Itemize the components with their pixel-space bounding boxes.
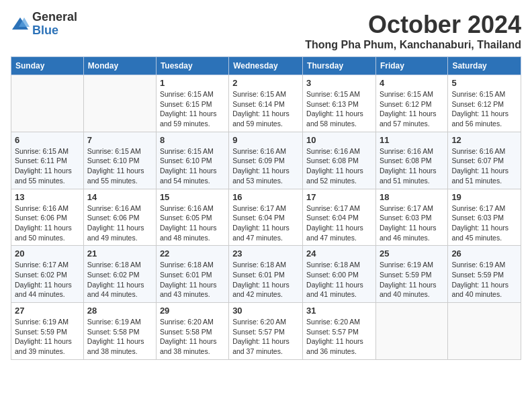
day-number: 20: [15, 248, 80, 259]
day-info: Sunrise: 6:19 AMSunset: 5:59 PMDaylight:…: [15, 317, 80, 357]
day-info: Sunrise: 6:19 AMSunset: 5:59 PMDaylight:…: [380, 260, 444, 300]
calendar-cell: 14Sunrise: 6:16 AMSunset: 6:06 PMDayligh…: [83, 189, 156, 246]
day-info: Sunrise: 6:16 AMSunset: 6:05 PMDaylight:…: [160, 203, 225, 243]
day-info: Sunrise: 6:16 AMSunset: 6:08 PMDaylight:…: [306, 146, 372, 186]
day-info: Sunrise: 6:18 AMSunset: 6:01 PMDaylight:…: [160, 260, 225, 300]
day-info: Sunrise: 6:15 AMSunset: 6:12 PMDaylight:…: [380, 89, 444, 129]
day-info: Sunrise: 6:16 AMSunset: 6:06 PMDaylight:…: [15, 203, 80, 243]
calendar-cell: 13Sunrise: 6:16 AMSunset: 6:06 PMDayligh…: [11, 189, 84, 246]
day-info: Sunrise: 6:18 AMSunset: 6:00 PMDaylight:…: [306, 260, 372, 300]
day-info: Sunrise: 6:18 AMSunset: 6:01 PMDaylight:…: [232, 260, 299, 300]
day-number: 12: [451, 135, 517, 145]
calendar-day-header: Tuesday: [156, 57, 228, 75]
day-number: 18: [380, 192, 444, 202]
day-info: Sunrise: 6:17 AMSunset: 6:03 PMDaylight:…: [451, 203, 517, 243]
day-number: 16: [232, 192, 299, 202]
calendar-week-row: 6Sunrise: 6:15 AMSunset: 6:11 PMDaylight…: [11, 132, 521, 189]
day-number: 22: [160, 248, 225, 259]
calendar-day-header: Sunday: [11, 57, 84, 75]
day-info: Sunrise: 6:17 AMSunset: 6:03 PMDaylight:…: [380, 203, 444, 243]
calendar-day-header: Thursday: [303, 57, 376, 75]
day-number: 13: [15, 192, 80, 202]
day-number: 2: [232, 78, 299, 88]
calendar-cell: [375, 303, 447, 360]
title-block: October 2024 Thong Pha Phum, Kanchanabur…: [305, 11, 521, 51]
logo-general: General: [32, 11, 77, 24]
logo-blue: Blue: [32, 24, 77, 38]
day-number: 10: [306, 135, 372, 145]
calendar-cell: 27Sunrise: 6:19 AMSunset: 5:59 PMDayligh…: [11, 303, 84, 360]
day-number: 14: [87, 192, 152, 202]
day-number: 17: [306, 192, 372, 202]
day-info: Sunrise: 6:17 AMSunset: 6:04 PMDaylight:…: [232, 203, 299, 243]
calendar-week-row: 13Sunrise: 6:16 AMSunset: 6:06 PMDayligh…: [11, 189, 521, 246]
day-number: 30: [232, 306, 299, 316]
calendar-day-header: Monday: [83, 57, 156, 75]
day-info: Sunrise: 6:15 AMSunset: 6:13 PMDaylight:…: [306, 89, 372, 129]
calendar-cell: 7Sunrise: 6:15 AMSunset: 6:10 PMDaylight…: [83, 132, 156, 189]
calendar-cell: [83, 75, 156, 132]
day-info: Sunrise: 6:19 AMSunset: 5:59 PMDaylight:…: [451, 260, 517, 300]
calendar-table: SundayMondayTuesdayWednesdayThursdayFrid…: [11, 56, 521, 360]
day-number: 19: [451, 192, 517, 202]
day-number: 8: [160, 135, 225, 145]
calendar-cell: 22Sunrise: 6:18 AMSunset: 6:01 PMDayligh…: [156, 246, 228, 303]
logo-text: General Blue: [32, 11, 77, 38]
calendar-week-row: 27Sunrise: 6:19 AMSunset: 5:59 PMDayligh…: [11, 303, 521, 360]
calendar-day-header: Friday: [375, 57, 447, 75]
calendar-cell: 4Sunrise: 6:15 AMSunset: 6:12 PMDaylight…: [375, 75, 447, 132]
day-info: Sunrise: 6:17 AMSunset: 6:02 PMDaylight:…: [15, 260, 80, 300]
day-number: 27: [15, 306, 80, 316]
day-info: Sunrise: 6:16 AMSunset: 6:07 PMDaylight:…: [451, 146, 517, 186]
day-info: Sunrise: 6:15 AMSunset: 6:15 PMDaylight:…: [160, 89, 225, 129]
day-number: 24: [306, 248, 372, 259]
day-number: 29: [160, 306, 225, 316]
day-info: Sunrise: 6:20 AMSunset: 5:58 PMDaylight:…: [160, 317, 225, 357]
day-number: 5: [451, 78, 517, 88]
logo-icon: [11, 15, 30, 34]
day-info: Sunrise: 6:15 AMSunset: 6:14 PMDaylight:…: [232, 89, 299, 129]
logo: General Blue: [11, 11, 77, 38]
day-number: 11: [380, 135, 444, 145]
day-info: Sunrise: 6:20 AMSunset: 5:57 PMDaylight:…: [232, 317, 299, 357]
day-info: Sunrise: 6:18 AMSunset: 6:02 PMDaylight:…: [87, 260, 152, 300]
calendar-cell: 31Sunrise: 6:20 AMSunset: 5:57 PMDayligh…: [303, 303, 376, 360]
calendar-cell: 23Sunrise: 6:18 AMSunset: 6:01 PMDayligh…: [229, 246, 303, 303]
calendar-cell: 10Sunrise: 6:16 AMSunset: 6:08 PMDayligh…: [303, 132, 376, 189]
day-number: 31: [306, 306, 372, 316]
day-info: Sunrise: 6:15 AMSunset: 6:12 PMDaylight:…: [451, 89, 517, 129]
day-number: 9: [232, 135, 299, 145]
day-info: Sunrise: 6:17 AMSunset: 6:04 PMDaylight:…: [306, 203, 372, 243]
calendar-cell: 24Sunrise: 6:18 AMSunset: 6:00 PMDayligh…: [303, 246, 376, 303]
day-info: Sunrise: 6:16 AMSunset: 6:08 PMDaylight:…: [380, 146, 444, 186]
calendar-week-row: 20Sunrise: 6:17 AMSunset: 6:02 PMDayligh…: [11, 246, 521, 303]
calendar-cell: 9Sunrise: 6:16 AMSunset: 6:09 PMDaylight…: [229, 132, 303, 189]
month-title: October 2024: [305, 11, 521, 39]
calendar-cell: 19Sunrise: 6:17 AMSunset: 6:03 PMDayligh…: [448, 189, 521, 246]
calendar-cell: [11, 75, 84, 132]
day-number: 6: [15, 135, 80, 145]
page-header: General Blue October 2024 Thong Pha Phum…: [11, 11, 521, 51]
day-info: Sunrise: 6:15 AMSunset: 6:10 PMDaylight:…: [87, 146, 152, 186]
day-info: Sunrise: 6:20 AMSunset: 5:57 PMDaylight:…: [306, 317, 372, 357]
calendar-cell: 17Sunrise: 6:17 AMSunset: 6:04 PMDayligh…: [303, 189, 376, 246]
calendar-cell: 1Sunrise: 6:15 AMSunset: 6:15 PMDaylight…: [156, 75, 228, 132]
calendar-cell: 3Sunrise: 6:15 AMSunset: 6:13 PMDaylight…: [303, 75, 376, 132]
location: Thong Pha Phum, Kanchanaburi, Thailand: [305, 39, 521, 51]
day-number: 25: [380, 248, 444, 259]
calendar-cell: 11Sunrise: 6:16 AMSunset: 6:08 PMDayligh…: [375, 132, 447, 189]
calendar-cell: 18Sunrise: 6:17 AMSunset: 6:03 PMDayligh…: [375, 189, 447, 246]
calendar-week-row: 1Sunrise: 6:15 AMSunset: 6:15 PMDaylight…: [11, 75, 521, 132]
calendar-cell: 28Sunrise: 6:19 AMSunset: 5:58 PMDayligh…: [83, 303, 156, 360]
day-number: 3: [306, 78, 372, 88]
calendar-cell: 2Sunrise: 6:15 AMSunset: 6:14 PMDaylight…: [229, 75, 303, 132]
day-info: Sunrise: 6:19 AMSunset: 5:58 PMDaylight:…: [87, 317, 152, 357]
calendar-cell: 25Sunrise: 6:19 AMSunset: 5:59 PMDayligh…: [375, 246, 447, 303]
calendar-cell: 16Sunrise: 6:17 AMSunset: 6:04 PMDayligh…: [229, 189, 303, 246]
day-number: 7: [87, 135, 152, 145]
day-number: 28: [87, 306, 152, 316]
calendar-cell: 15Sunrise: 6:16 AMSunset: 6:05 PMDayligh…: [156, 189, 228, 246]
day-number: 26: [451, 248, 517, 259]
calendar-day-header: Wednesday: [229, 57, 303, 75]
calendar-cell: 26Sunrise: 6:19 AMSunset: 5:59 PMDayligh…: [448, 246, 521, 303]
